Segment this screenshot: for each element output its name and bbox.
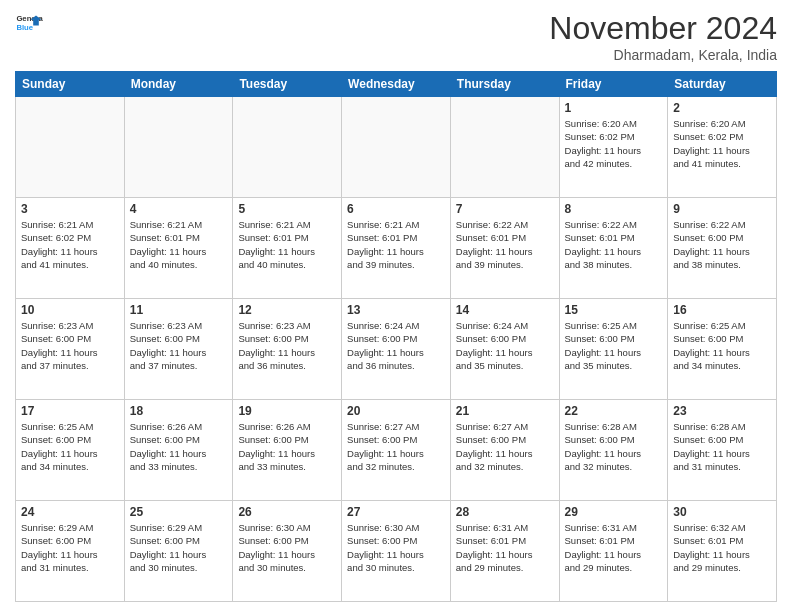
weekday-header-saturday: Saturday (668, 72, 777, 97)
month-title: November 2024 (549, 10, 777, 47)
day-number: 7 (456, 202, 554, 216)
day-number: 24 (21, 505, 119, 519)
day-info: Sunrise: 6:24 AM Sunset: 6:00 PM Dayligh… (347, 319, 445, 372)
day-info: Sunrise: 6:23 AM Sunset: 6:00 PM Dayligh… (238, 319, 336, 372)
day-number: 14 (456, 303, 554, 317)
day-number: 3 (21, 202, 119, 216)
calendar-week-3: 10Sunrise: 6:23 AM Sunset: 6:00 PM Dayli… (16, 299, 777, 400)
day-number: 30 (673, 505, 771, 519)
calendar-cell (124, 97, 233, 198)
day-info: Sunrise: 6:20 AM Sunset: 6:02 PM Dayligh… (565, 117, 663, 170)
day-info: Sunrise: 6:25 AM Sunset: 6:00 PM Dayligh… (21, 420, 119, 473)
day-info: Sunrise: 6:32 AM Sunset: 6:01 PM Dayligh… (673, 521, 771, 574)
day-number: 6 (347, 202, 445, 216)
day-info: Sunrise: 6:22 AM Sunset: 6:01 PM Dayligh… (565, 218, 663, 271)
calendar-cell: 1Sunrise: 6:20 AM Sunset: 6:02 PM Daylig… (559, 97, 668, 198)
calendar-cell: 29Sunrise: 6:31 AM Sunset: 6:01 PM Dayli… (559, 501, 668, 602)
day-number: 22 (565, 404, 663, 418)
calendar-cell: 26Sunrise: 6:30 AM Sunset: 6:00 PM Dayli… (233, 501, 342, 602)
day-info: Sunrise: 6:27 AM Sunset: 6:00 PM Dayligh… (347, 420, 445, 473)
calendar-cell: 21Sunrise: 6:27 AM Sunset: 6:00 PM Dayli… (450, 400, 559, 501)
calendar-cell: 10Sunrise: 6:23 AM Sunset: 6:00 PM Dayli… (16, 299, 125, 400)
weekday-header-wednesday: Wednesday (342, 72, 451, 97)
calendar-week-2: 3Sunrise: 6:21 AM Sunset: 6:02 PM Daylig… (16, 198, 777, 299)
day-number: 4 (130, 202, 228, 216)
day-info: Sunrise: 6:23 AM Sunset: 6:00 PM Dayligh… (21, 319, 119, 372)
day-number: 19 (238, 404, 336, 418)
logo-icon: General Blue (15, 10, 43, 38)
day-info: Sunrise: 6:20 AM Sunset: 6:02 PM Dayligh… (673, 117, 771, 170)
calendar-cell: 8Sunrise: 6:22 AM Sunset: 6:01 PM Daylig… (559, 198, 668, 299)
day-number: 9 (673, 202, 771, 216)
day-info: Sunrise: 6:31 AM Sunset: 6:01 PM Dayligh… (565, 521, 663, 574)
logo: General Blue (15, 10, 43, 38)
header: General Blue November 2024 Dharmadam, Ke… (15, 10, 777, 63)
day-info: Sunrise: 6:25 AM Sunset: 6:00 PM Dayligh… (565, 319, 663, 372)
svg-text:Blue: Blue (16, 23, 33, 32)
calendar-cell: 6Sunrise: 6:21 AM Sunset: 6:01 PM Daylig… (342, 198, 451, 299)
calendar-cell: 2Sunrise: 6:20 AM Sunset: 6:02 PM Daylig… (668, 97, 777, 198)
weekday-header-friday: Friday (559, 72, 668, 97)
day-info: Sunrise: 6:29 AM Sunset: 6:00 PM Dayligh… (130, 521, 228, 574)
day-number: 29 (565, 505, 663, 519)
day-info: Sunrise: 6:22 AM Sunset: 6:00 PM Dayligh… (673, 218, 771, 271)
day-info: Sunrise: 6:29 AM Sunset: 6:00 PM Dayligh… (21, 521, 119, 574)
calendar-week-1: 1Sunrise: 6:20 AM Sunset: 6:02 PM Daylig… (16, 97, 777, 198)
day-number: 11 (130, 303, 228, 317)
day-info: Sunrise: 6:28 AM Sunset: 6:00 PM Dayligh… (565, 420, 663, 473)
day-number: 25 (130, 505, 228, 519)
day-info: Sunrise: 6:24 AM Sunset: 6:00 PM Dayligh… (456, 319, 554, 372)
weekday-header-tuesday: Tuesday (233, 72, 342, 97)
calendar-cell: 9Sunrise: 6:22 AM Sunset: 6:00 PM Daylig… (668, 198, 777, 299)
day-info: Sunrise: 6:21 AM Sunset: 6:01 PM Dayligh… (130, 218, 228, 271)
day-number: 16 (673, 303, 771, 317)
day-info: Sunrise: 6:30 AM Sunset: 6:00 PM Dayligh… (347, 521, 445, 574)
calendar-cell (16, 97, 125, 198)
calendar-cell: 12Sunrise: 6:23 AM Sunset: 6:00 PM Dayli… (233, 299, 342, 400)
day-number: 8 (565, 202, 663, 216)
day-number: 23 (673, 404, 771, 418)
day-info: Sunrise: 6:30 AM Sunset: 6:00 PM Dayligh… (238, 521, 336, 574)
day-info: Sunrise: 6:22 AM Sunset: 6:01 PM Dayligh… (456, 218, 554, 271)
day-number: 5 (238, 202, 336, 216)
calendar-cell: 18Sunrise: 6:26 AM Sunset: 6:00 PM Dayli… (124, 400, 233, 501)
calendar-cell: 7Sunrise: 6:22 AM Sunset: 6:01 PM Daylig… (450, 198, 559, 299)
day-info: Sunrise: 6:21 AM Sunset: 6:01 PM Dayligh… (347, 218, 445, 271)
day-number: 18 (130, 404, 228, 418)
title-section: November 2024 Dharmadam, Kerala, India (549, 10, 777, 63)
calendar-cell: 28Sunrise: 6:31 AM Sunset: 6:01 PM Dayli… (450, 501, 559, 602)
day-info: Sunrise: 6:23 AM Sunset: 6:00 PM Dayligh… (130, 319, 228, 372)
day-info: Sunrise: 6:31 AM Sunset: 6:01 PM Dayligh… (456, 521, 554, 574)
day-info: Sunrise: 6:25 AM Sunset: 6:00 PM Dayligh… (673, 319, 771, 372)
calendar-cell: 24Sunrise: 6:29 AM Sunset: 6:00 PM Dayli… (16, 501, 125, 602)
calendar-cell: 27Sunrise: 6:30 AM Sunset: 6:00 PM Dayli… (342, 501, 451, 602)
location: Dharmadam, Kerala, India (549, 47, 777, 63)
calendar-week-4: 17Sunrise: 6:25 AM Sunset: 6:00 PM Dayli… (16, 400, 777, 501)
calendar-cell: 30Sunrise: 6:32 AM Sunset: 6:01 PM Dayli… (668, 501, 777, 602)
day-number: 26 (238, 505, 336, 519)
calendar-cell: 23Sunrise: 6:28 AM Sunset: 6:00 PM Dayli… (668, 400, 777, 501)
day-number: 28 (456, 505, 554, 519)
calendar-cell: 15Sunrise: 6:25 AM Sunset: 6:00 PM Dayli… (559, 299, 668, 400)
day-number: 27 (347, 505, 445, 519)
day-info: Sunrise: 6:26 AM Sunset: 6:00 PM Dayligh… (130, 420, 228, 473)
calendar-cell: 5Sunrise: 6:21 AM Sunset: 6:01 PM Daylig… (233, 198, 342, 299)
weekday-header-thursday: Thursday (450, 72, 559, 97)
day-number: 20 (347, 404, 445, 418)
weekday-header-row: SundayMondayTuesdayWednesdayThursdayFrid… (16, 72, 777, 97)
calendar-cell: 22Sunrise: 6:28 AM Sunset: 6:00 PM Dayli… (559, 400, 668, 501)
day-info: Sunrise: 6:27 AM Sunset: 6:00 PM Dayligh… (456, 420, 554, 473)
day-number: 2 (673, 101, 771, 115)
calendar-cell: 19Sunrise: 6:26 AM Sunset: 6:00 PM Dayli… (233, 400, 342, 501)
calendar-cell: 4Sunrise: 6:21 AM Sunset: 6:01 PM Daylig… (124, 198, 233, 299)
calendar-cell (450, 97, 559, 198)
day-number: 12 (238, 303, 336, 317)
day-number: 1 (565, 101, 663, 115)
page: General Blue November 2024 Dharmadam, Ke… (0, 0, 792, 612)
day-number: 10 (21, 303, 119, 317)
calendar-cell: 14Sunrise: 6:24 AM Sunset: 6:00 PM Dayli… (450, 299, 559, 400)
calendar-cell (233, 97, 342, 198)
day-number: 15 (565, 303, 663, 317)
weekday-header-monday: Monday (124, 72, 233, 97)
calendar-cell: 16Sunrise: 6:25 AM Sunset: 6:00 PM Dayli… (668, 299, 777, 400)
